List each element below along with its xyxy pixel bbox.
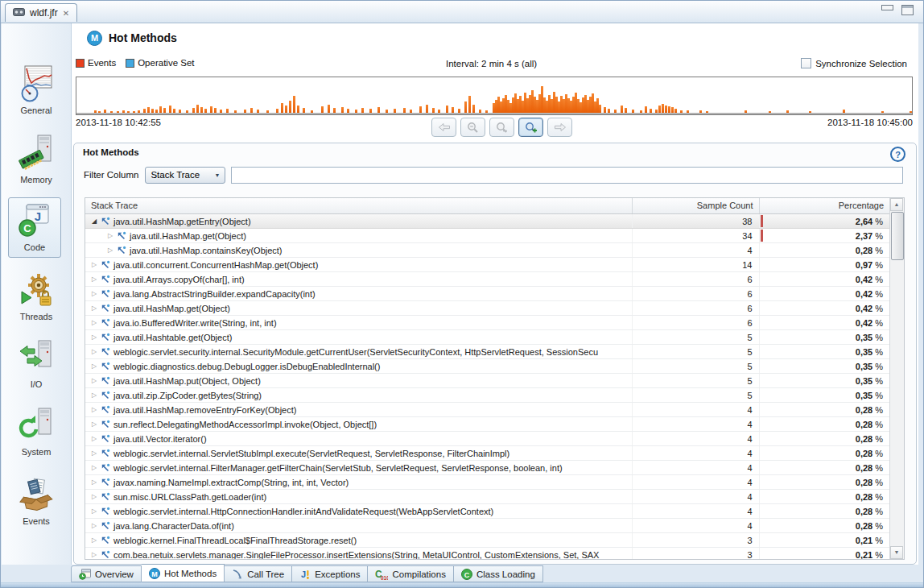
table-row[interactable]: ▷java.util.zip.ZipCoder.getBytes(String)… [85, 388, 889, 403]
expand-icon[interactable]: ▷ [89, 275, 100, 283]
zoom-out-button[interactable] [460, 118, 485, 137]
expand-icon[interactable]: ▷ [89, 464, 100, 471]
events-icon [18, 474, 55, 515]
event-bar [621, 106, 623, 113]
stack-trace-cell: ▷com.bea.netuix.servlets.manager.SingleF… [85, 548, 633, 559]
filter-column-dropdown[interactable]: Stack Trace ▼ [145, 167, 225, 184]
scroll-down-icon[interactable]: ▼ [890, 546, 903, 559]
scrollbar-thumb[interactable] [891, 212, 904, 260]
help-icon[interactable]: ? [890, 147, 905, 162]
sidebar-item-code[interactable]: JCCode [8, 197, 61, 258]
sample-count-cell: 4 [633, 519, 760, 532]
expand-icon[interactable]: ▷ [89, 435, 100, 442]
table-row[interactable]: ▷weblogic.servlet.security.internal.Secu… [85, 345, 889, 359]
forward-button[interactable] [547, 118, 572, 137]
stack-trace-cell: ▷java.io.BufferedWriter.write(String, in… [85, 316, 633, 329]
event-bar [438, 110, 440, 113]
expand-icon[interactable]: ▷ [89, 507, 100, 515]
event-timeline-chart[interactable] [76, 77, 913, 115]
zoom-selection-button[interactable] [489, 118, 514, 137]
expand-icon[interactable]: ▷ [89, 333, 100, 341]
table-row[interactable]: ▷weblogic.servlet.internal.ServletStubIm… [85, 446, 889, 461]
expand-icon[interactable]: ▷ [89, 449, 100, 457]
table-row[interactable]: ▷java.io.BufferedWriter.write(String, in… [85, 316, 889, 330]
table-row[interactable]: ◢java.util.HashMap.getEntry(Object)382,6… [85, 214, 889, 229]
minimize-icon[interactable] [881, 5, 893, 10]
table-row[interactable]: ▷java.util.concurrent.ConcurrentHashMap.… [85, 258, 889, 272]
zoom-in-button[interactable] [518, 118, 543, 137]
expand-icon[interactable]: ▷ [89, 290, 100, 297]
table-row[interactable]: ▷sun.reflect.DelegatingMethodAccessorImp… [85, 417, 889, 432]
table-row[interactable]: ▷com.bea.netuix.servlets.manager.SingleF… [85, 548, 889, 559]
column-header-percentage[interactable]: Percentage [760, 198, 890, 213]
sidebar-item-general[interactable]: General [2, 64, 71, 115]
column-header-stack-trace[interactable]: Stack Trace [85, 198, 633, 213]
expand-icon[interactable]: ▷ [89, 304, 100, 312]
sidebar-item-memory[interactable]: Memory [2, 133, 71, 184]
table-row[interactable]: ▷java.util.HashMap.put(Object, Object)50… [85, 374, 889, 388]
close-icon[interactable]: ✕ [63, 9, 69, 18]
filter-column-value: Stack Trace [151, 170, 200, 180]
table-row[interactable]: ▷java.util.Vector.iterator()40,28 % [85, 432, 889, 446]
expand-icon[interactable]: ▷ [89, 478, 100, 486]
event-bar [244, 110, 246, 113]
expand-icon[interactable]: ▷ [89, 348, 100, 355]
tab-compilations[interactable]: C010Compilations [368, 565, 453, 582]
expand-icon[interactable]: ▷ [89, 536, 100, 544]
event-bar [155, 110, 158, 113]
expand-icon[interactable]: ▷ [105, 246, 116, 254]
sidebar-item-threads[interactable]: Threads [2, 270, 71, 321]
expand-icon[interactable]: ▷ [89, 522, 100, 529]
table-row[interactable]: ▷weblogic.servlet.internal.HttpConnectio… [85, 504, 889, 519]
table-row[interactable]: ▷java.util.HashMap.get(Object)60,42 % [85, 301, 889, 316]
sidebar-item-io[interactable]: I/O [2, 337, 71, 389]
table-row[interactable]: ▷java.util.Hashtable.get(Object)50,35 % [85, 330, 889, 345]
table-row[interactable]: ▷sun.misc.URLClassPath.getLoader(int)40,… [85, 490, 889, 504]
table-row[interactable]: ▷weblogic.servlet.internal.FilterManager… [85, 461, 889, 475]
scroll-up-icon[interactable]: ▲ [890, 198, 903, 211]
percentage-cell: 0,35 % [760, 388, 890, 402]
filter-text-input[interactable] [231, 167, 903, 184]
expand-icon[interactable]: ▷ [89, 261, 100, 268]
event-bar [426, 105, 428, 113]
collapse-icon[interactable]: ◢ [89, 217, 100, 225]
tab-overview[interactable]: Overview [71, 565, 142, 582]
table-row[interactable]: ▷java.util.Arrays.copyOf(char[], int)60,… [85, 272, 889, 287]
event-bar [687, 110, 689, 113]
table-row[interactable]: ▷weblogic.diagnostics.debug.DebugLogger.… [85, 359, 889, 374]
column-header-sample-count[interactable]: Sample Count [633, 198, 760, 213]
maximize-icon[interactable] [901, 5, 914, 15]
event-bar [809, 111, 811, 113]
table-row[interactable]: ▷java.util.HashMap.removeEntryForKey(Obj… [85, 403, 889, 417]
sidebar-item-system[interactable]: System [2, 405, 71, 457]
table-row[interactable]: ▷java.util.HashMap.containsKey(Object)40… [85, 243, 889, 258]
expand-icon[interactable]: ▷ [89, 551, 100, 558]
event-bar [452, 107, 454, 113]
event-bar [680, 110, 683, 113]
tab-hot-methods[interactable]: MHot Methods [142, 564, 225, 582]
table-row[interactable]: ▷weblogic.kernel.FinalThreadLocal$FinalT… [85, 533, 889, 548]
table-row[interactable]: ▷java.lang.AbstractStringBuilder.expandC… [85, 287, 889, 301]
back-button[interactable] [431, 118, 456, 137]
table-row[interactable]: ▷java.lang.CharacterData.of(int)40,28 % [85, 519, 889, 533]
tab-exceptions[interactable]: JExceptions [292, 565, 368, 582]
editor-tab-wldf-jfr[interactable]: wldf.jfr ✕ [5, 3, 77, 22]
synchronize-selection-checkbox[interactable] [801, 58, 811, 68]
table-scrollbar[interactable]: ▲ ▼ [889, 198, 904, 559]
event-bar [485, 110, 488, 113]
expand-icon[interactable]: ▷ [89, 319, 100, 326]
tab-class-loading[interactable]: CClass Loading [454, 565, 543, 582]
expand-icon[interactable]: ▷ [89, 377, 100, 384]
expand-icon[interactable]: ▷ [89, 406, 100, 413]
expand-icon[interactable]: ▷ [89, 420, 100, 428]
stack-trace-cell: ▷java.lang.AbstractStringBuilder.expandC… [85, 287, 633, 300]
expand-icon[interactable]: ▷ [89, 362, 100, 370]
table-row[interactable]: ▷javax.naming.NameImpl.extractComp(Strin… [85, 475, 889, 490]
tab-call-tree[interactable]: Call Tree [225, 565, 292, 582]
expand-icon[interactable]: ▷ [105, 232, 116, 239]
table-row[interactable]: ▷java.util.HashMap.get(Object)342,37 % [85, 229, 889, 243]
compilations-icon: C010 [375, 569, 388, 580]
expand-icon[interactable]: ▷ [89, 493, 100, 500]
expand-icon[interactable]: ▷ [89, 391, 100, 399]
sidebar-item-events[interactable]: Events [2, 474, 71, 526]
